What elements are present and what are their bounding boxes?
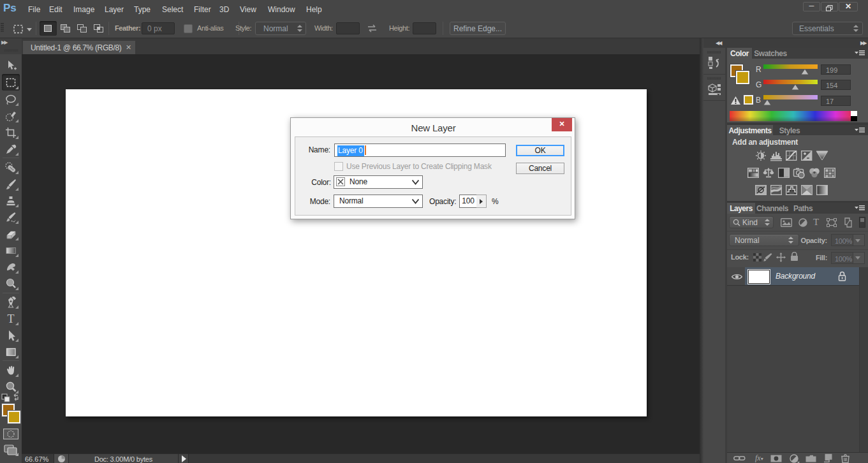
svg-text:T: T [8, 313, 15, 325]
